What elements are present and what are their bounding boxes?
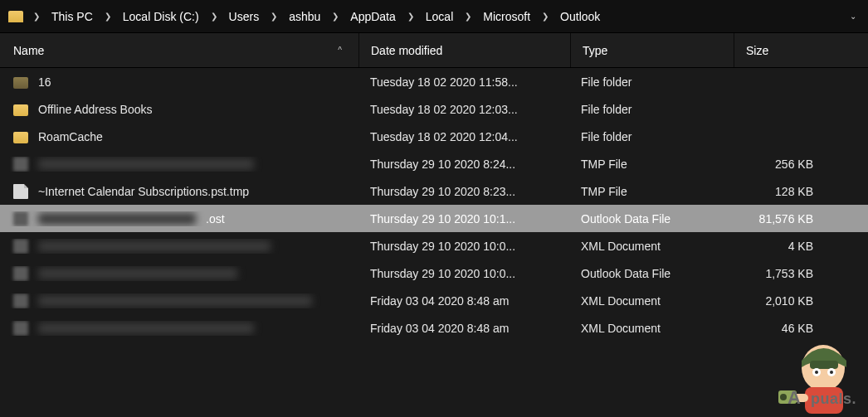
cell-date: Friday 03 04 2020 8:48 am xyxy=(358,294,569,308)
file-name: RoamCache xyxy=(38,130,103,143)
svg-rect-1 xyxy=(810,361,838,369)
header-size[interactable]: Size xyxy=(734,33,834,67)
cell-date: Thursday 29 10 2020 10:0... xyxy=(358,267,569,280)
sort-indicator-icon: ^ xyxy=(338,46,342,55)
cell-date: Tuesday 18 02 2020 12:04... xyxy=(358,130,569,143)
header-label: Name xyxy=(13,44,44,57)
chevron-right-icon[interactable]: ❯ xyxy=(204,12,224,21)
cell-type: XML Document xyxy=(569,322,732,335)
table-row[interactable]: Friday 03 04 2020 8:48 amXML Document2,0… xyxy=(0,287,868,314)
file-list: 16Tuesday 18 02 2020 11:58...File folder… xyxy=(0,68,868,342)
cell-size: 256 KB xyxy=(732,158,831,171)
chevron-right-icon[interactable]: ❯ xyxy=(401,12,421,21)
cell-size: 1,753 KB xyxy=(732,267,831,280)
cell-name: .ost xyxy=(0,211,358,226)
breadcrumb[interactable]: ❯ This PC ❯ Local Disk (C:) ❯ Users ❯ as… xyxy=(0,0,868,33)
svg-point-2 xyxy=(812,368,821,376)
chevron-right-icon[interactable]: ❯ xyxy=(98,12,118,21)
chevron-right-icon[interactable]: ❯ xyxy=(264,12,284,21)
breadcrumb-item[interactable]: This PC xyxy=(46,10,98,23)
table-row[interactable]: Friday 03 04 2020 8:48 amXML Document46 … xyxy=(0,314,868,342)
file-name: ~Internet Calendar Subscriptions.pst.tmp xyxy=(38,185,249,198)
table-row[interactable]: .ostThursday 29 10 2020 10:1...Outlook D… xyxy=(0,205,868,232)
redacted-name xyxy=(38,295,312,307)
redacted-name xyxy=(38,268,237,279)
cell-date: Thursday 29 10 2020 8:23... xyxy=(358,185,569,198)
cell-date: Tuesday 18 02 2020 12:03... xyxy=(358,103,569,116)
cell-size: 4 KB xyxy=(732,240,831,253)
chevron-right-icon[interactable]: ❯ xyxy=(325,12,345,21)
blur-icon xyxy=(13,321,28,336)
file-name: Offline Address Books xyxy=(38,103,152,116)
header-label: Type xyxy=(583,44,607,57)
table-row[interactable]: ~Internet Calendar Subscriptions.pst.tmp… xyxy=(0,177,868,205)
cell-type: Outlook Data File xyxy=(569,212,732,225)
svg-rect-8 xyxy=(778,390,797,404)
table-row[interactable]: Offline Address BooksTuesday 18 02 2020 … xyxy=(0,95,868,123)
cell-name: RoamCache xyxy=(0,130,358,143)
file-name: 16 xyxy=(38,75,51,89)
svg-rect-6 xyxy=(805,387,843,414)
header-date[interactable]: Date modified xyxy=(359,33,570,67)
breadcrumb-item[interactable]: AppData xyxy=(345,10,400,23)
breadcrumb-item[interactable]: Local Disk (C:) xyxy=(118,10,204,23)
chevron-right-icon[interactable]: ❯ xyxy=(458,12,478,21)
folder-icon xyxy=(8,11,23,22)
cell-type: XML Document xyxy=(569,240,732,253)
doc-icon xyxy=(13,184,28,199)
cell-size: 128 KB xyxy=(732,185,831,198)
column-headers: Name ^ Date modified Type Size xyxy=(0,33,868,68)
cell-name: Offline Address Books xyxy=(0,103,358,116)
table-row[interactable]: RoamCacheTuesday 18 02 2020 12:04...File… xyxy=(0,123,868,150)
table-row[interactable]: Thursday 29 10 2020 10:0...Outlook Data … xyxy=(0,259,868,287)
blur-icon xyxy=(13,293,28,308)
cell-date: Thursday 29 10 2020 10:0... xyxy=(358,240,569,253)
table-row[interactable]: Thursday 29 10 2020 8:24...TMP File256 K… xyxy=(0,150,868,177)
table-row[interactable]: 16Tuesday 18 02 2020 11:58...File folder xyxy=(0,68,868,95)
header-name[interactable]: Name ^ xyxy=(0,33,358,67)
breadcrumb-item[interactable]: ashbu xyxy=(284,10,325,23)
folder-icon xyxy=(13,104,28,116)
watermark-overlay: Appuals. xyxy=(740,339,865,414)
header-type[interactable]: Type xyxy=(571,33,734,67)
cell-type: XML Document xyxy=(569,294,732,308)
chevron-right-icon[interactable]: ❯ xyxy=(27,12,46,21)
breadcrumb-item[interactable]: Local xyxy=(421,10,458,23)
redacted-name xyxy=(38,322,254,334)
folder-icon xyxy=(13,132,28,143)
chevron-down-icon[interactable]: ⌄ xyxy=(843,12,863,21)
redacted-name xyxy=(38,240,271,252)
redacted-name xyxy=(38,158,254,170)
cell-name xyxy=(0,239,358,254)
blur-icon xyxy=(13,239,28,254)
svg-point-9 xyxy=(780,394,787,400)
cell-date: Friday 03 04 2020 8:48 am xyxy=(358,322,569,335)
cell-date: Tuesday 18 02 2020 11:58... xyxy=(358,75,569,89)
cell-size: 46 KB xyxy=(732,322,831,335)
cell-name xyxy=(0,266,358,281)
header-label: Date modified xyxy=(371,44,442,57)
folder-dim-icon xyxy=(13,77,28,89)
cell-name: 16 xyxy=(0,75,358,89)
breadcrumb-item[interactable]: Microsoft xyxy=(478,10,535,23)
cell-name xyxy=(0,293,358,308)
blur-icon xyxy=(13,266,28,281)
cell-date: Thursday 29 10 2020 10:1... xyxy=(358,212,569,225)
cell-type: File folder xyxy=(569,103,732,116)
cell-name xyxy=(0,321,358,336)
svg-point-0 xyxy=(802,345,845,391)
cell-type: Outlook Data File xyxy=(569,267,732,280)
blur-icon xyxy=(13,211,28,226)
watermark-text: Appuals. xyxy=(788,387,856,409)
breadcrumb-item[interactable]: Users xyxy=(224,10,265,23)
redacted-name xyxy=(38,213,196,225)
table-row[interactable]: Thursday 29 10 2020 10:0...XML Document4… xyxy=(0,232,868,259)
svg-point-4 xyxy=(827,368,836,376)
cell-date: Thursday 29 10 2020 8:24... xyxy=(358,158,569,171)
cell-type: File folder xyxy=(569,130,732,143)
chevron-right-icon[interactable]: ❯ xyxy=(535,12,555,21)
cell-size: 81,576 KB xyxy=(732,212,831,225)
svg-rect-7 xyxy=(790,394,808,402)
breadcrumb-item[interactable]: Outlook xyxy=(555,10,605,23)
cell-type: TMP File xyxy=(569,158,732,171)
